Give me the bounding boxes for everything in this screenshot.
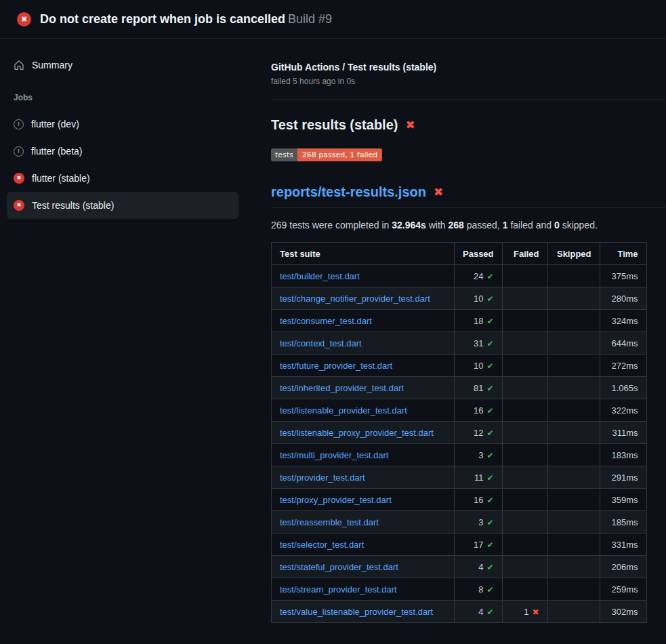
check-icon: ✔ bbox=[486, 563, 493, 572]
check-icon: ✔ bbox=[486, 496, 493, 505]
time-cell: 183ms bbox=[600, 444, 646, 466]
check-icon: ✔ bbox=[486, 294, 493, 304]
sidebar-item-summary[interactable]: Summary bbox=[7, 54, 238, 77]
table-header-row: Test suite Passed Failed Skipped Time bbox=[272, 243, 647, 265]
check-icon: ✔ bbox=[486, 317, 493, 326]
test-suite-link[interactable]: test/proxy_provider_test.dart bbox=[280, 495, 392, 505]
sidebar-item-flutter-beta[interactable]: ! flutter (beta) bbox=[7, 138, 238, 165]
time-cell: 272ms bbox=[600, 355, 646, 377]
test-suite-cell: test/listenable_proxy_provider_test.dart bbox=[272, 422, 455, 444]
sidebar-item-flutter-dev[interactable]: ! flutter (dev) bbox=[7, 110, 238, 138]
summary-segment: with bbox=[426, 220, 449, 230]
failed-cell bbox=[502, 287, 547, 310]
test-suite-cell: test/inherited_provider_test.dart bbox=[272, 377, 455, 399]
table-row: test/multi_provider_test.dart3✔183ms bbox=[272, 444, 647, 466]
table-row: test/value_listenable_provider_test.dart… bbox=[272, 601, 647, 623]
failed-cell bbox=[502, 534, 547, 556]
sidebar-item-test-results-stable[interactable]: ✖ Test results (stable) bbox=[7, 192, 238, 219]
check-icon: ✔ bbox=[486, 384, 493, 393]
main-content: GitHub Actions / Test results (stable) f… bbox=[249, 39, 666, 644]
test-suite-link[interactable]: test/listenable_proxy_provider_test.dart bbox=[280, 428, 434, 438]
breadcrumb: GitHub Actions / Test results (stable) bbox=[271, 62, 666, 73]
passed-cell: 10✔ bbox=[455, 287, 503, 310]
check-icon: ✔ bbox=[486, 518, 493, 527]
check-icon: ✔ bbox=[486, 272, 493, 281]
sidebar-item-flutter-stable[interactable]: ✖ flutter (stable) bbox=[7, 165, 238, 192]
count-value: 10 bbox=[474, 294, 483, 304]
sidebar: Summary Jobs ! flutter (dev) ! flutter (… bbox=[0, 39, 249, 644]
passed-cell: 81✔ bbox=[455, 377, 503, 399]
section-title: Test results (stable) ✖ bbox=[271, 117, 666, 133]
skipped-cell bbox=[547, 466, 600, 489]
skipped-cell bbox=[547, 578, 600, 601]
test-suite-link[interactable]: test/multi_provider_test.dart bbox=[280, 450, 388, 460]
test-suite-link[interactable]: test/stateful_provider_test.dart bbox=[280, 562, 398, 572]
count-value: 24 bbox=[474, 271, 483, 281]
test-suite-cell: test/context_test.dart bbox=[272, 332, 455, 355]
time-cell: 324ms bbox=[600, 310, 646, 332]
failed-cell bbox=[502, 332, 547, 355]
check-icon: ✔ bbox=[486, 361, 493, 371]
count-value: 16 bbox=[474, 405, 483, 416]
count-value: 12 bbox=[474, 428, 483, 438]
test-suite-link[interactable]: test/selector_test.dart bbox=[280, 540, 364, 550]
sidebar-item-label: flutter (stable) bbox=[32, 173, 90, 184]
check-icon: ✔ bbox=[486, 339, 493, 348]
time-cell: 311ms bbox=[600, 422, 646, 444]
column-header-failed: Failed bbox=[502, 243, 547, 265]
table-row: test/future_provider_test.dart10✔272ms bbox=[272, 355, 647, 377]
cross-icon: ✖ bbox=[532, 607, 539, 617]
test-suite-link[interactable]: test/reassemble_test.dart bbox=[280, 517, 379, 527]
badge-label: tests bbox=[271, 148, 297, 161]
column-header-skipped: Skipped bbox=[547, 243, 600, 265]
summary-line: 269 tests were completed in 32.964s with… bbox=[271, 220, 666, 230]
test-suite-cell: test/proxy_provider_test.dart bbox=[272, 489, 455, 511]
skipped-cell bbox=[547, 556, 600, 578]
column-header-test-suite: Test suite bbox=[272, 243, 455, 265]
run-meta: failed 5 hours ago in 0s bbox=[271, 77, 666, 86]
time-cell: 259ms bbox=[600, 578, 646, 601]
test-suite-link[interactable]: test/context_test.dart bbox=[280, 338, 362, 348]
passed-cell: 17✔ bbox=[455, 534, 503, 556]
test-suite-link[interactable]: test/future_provider_test.dart bbox=[280, 361, 392, 371]
passed-cell: 11✔ bbox=[455, 466, 503, 489]
time-cell: 644ms bbox=[600, 332, 646, 355]
test-suite-link[interactable]: test/provider_test.dart bbox=[280, 472, 365, 483]
home-icon bbox=[14, 60, 24, 71]
failed-cell bbox=[502, 578, 547, 601]
test-suite-cell: test/future_provider_test.dart bbox=[272, 355, 455, 377]
table-row: test/inherited_provider_test.dart81✔1.06… bbox=[272, 377, 647, 399]
summary-duration: 32.964s bbox=[392, 220, 426, 230]
test-suite-link[interactable]: test/inherited_provider_test.dart bbox=[280, 383, 404, 393]
test-suite-link[interactable]: test/stream_provider_test.dart bbox=[280, 584, 397, 595]
check-icon: ✔ bbox=[486, 473, 493, 483]
x-circle-icon: ✖ bbox=[17, 12, 31, 26]
test-suite-link[interactable]: test/change_notifier_provider_test.dart bbox=[280, 294, 430, 304]
column-header-time: Time bbox=[600, 243, 646, 265]
alert-circle-icon: ! bbox=[14, 119, 24, 129]
failed-cell: 1✖ bbox=[502, 601, 547, 623]
table-row: test/context_test.dart31✔644ms bbox=[272, 332, 647, 355]
run-title-group: Do not create report when job is cancell… bbox=[40, 12, 332, 26]
x-circle-icon: ✖ bbox=[14, 200, 24, 211]
passed-cell: 3✔ bbox=[455, 511, 503, 534]
cross-icon: ✖ bbox=[405, 119, 415, 131]
skipped-cell bbox=[547, 265, 600, 287]
failed-cell bbox=[502, 422, 547, 444]
count-value: 81 bbox=[474, 383, 483, 393]
skipped-cell bbox=[547, 422, 600, 444]
test-suite-link[interactable]: test/listenable_provider_test.dart bbox=[280, 405, 407, 416]
sidebar-item-label: Summary bbox=[32, 60, 72, 71]
test-suite-link[interactable]: test/builder_test.dart bbox=[280, 271, 360, 281]
check-icon: ✔ bbox=[486, 451, 493, 460]
x-circle-icon: ✖ bbox=[14, 173, 24, 184]
test-suite-cell: test/stream_provider_test.dart bbox=[272, 578, 455, 601]
check-icon: ✔ bbox=[486, 540, 493, 550]
test-suite-cell: test/value_listenable_provider_test.dart bbox=[272, 601, 455, 623]
test-suite-link[interactable]: test/consumer_test.dart bbox=[280, 316, 372, 326]
report-heading: reports/test-results.json ✖ bbox=[271, 184, 666, 208]
time-cell: 375ms bbox=[600, 265, 646, 287]
report-link[interactable]: reports/test-results.json bbox=[271, 184, 426, 200]
jobs-heading: Jobs bbox=[7, 93, 238, 102]
test-suite-link[interactable]: test/value_listenable_provider_test.dart bbox=[280, 607, 433, 617]
